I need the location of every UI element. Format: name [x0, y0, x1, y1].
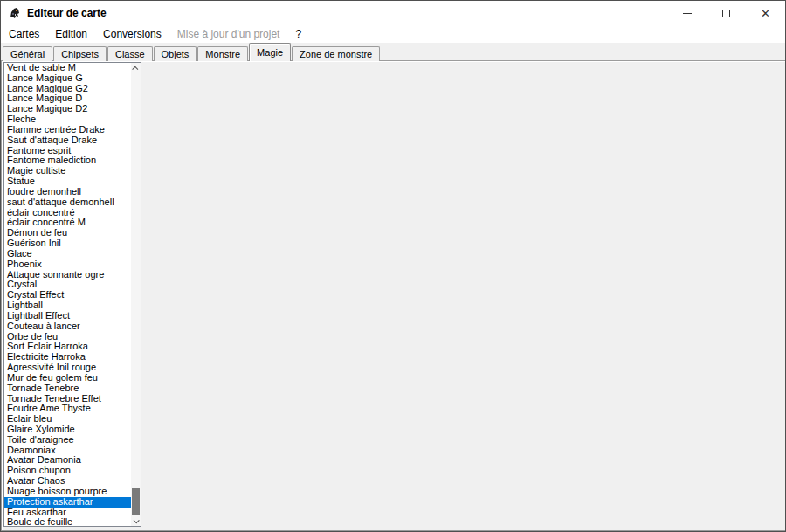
menu-item-edition[interactable]: Edition	[47, 26, 95, 42]
list-item[interactable]: Protection askarthar	[4, 497, 131, 508]
tab-chipsets[interactable]: Chipsets	[53, 46, 107, 61]
app-icon	[8, 6, 22, 20]
list-item[interactable]: Glaire Xylomide	[4, 425, 131, 435]
list-item[interactable]: Statue	[4, 176, 131, 187]
list-item[interactable]: Crystal	[4, 280, 131, 290]
scroll-up-button[interactable]	[131, 63, 141, 73]
maximize-button[interactable]	[707, 1, 746, 25]
list-item[interactable]: Couteau à lancer	[4, 321, 131, 332]
tab-classe[interactable]: Classe	[107, 46, 153, 61]
app-window: Editeur de carte ✕ CartesEditionConversi…	[0, 0, 786, 532]
window-title: Editeur de carte	[27, 7, 107, 19]
scroll-up-icon	[132, 66, 138, 72]
list-item[interactable]: Lance Magique D	[4, 93, 131, 104]
list-item[interactable]: Phoenix	[4, 259, 131, 270]
menu-item-cartes[interactable]: Cartes	[1, 26, 47, 42]
list-item[interactable]: Avatar Deamonia	[4, 455, 131, 466]
list-item[interactable]: Démon de feu	[4, 228, 131, 238]
title-bar: Editeur de carte ✕	[1, 1, 785, 25]
scroll-thumb[interactable]	[132, 488, 140, 515]
menu-item-conversions[interactable]: Conversions	[95, 26, 169, 42]
list-item[interactable]: Mur de feu golem feu	[4, 373, 131, 383]
close-button[interactable]: ✕	[746, 1, 785, 25]
list-item[interactable]: Deamoniax	[4, 446, 131, 456]
list-item[interactable]: Crystal Effect	[4, 290, 131, 301]
list-item[interactable]: Orbe de feu	[4, 332, 131, 342]
list-item[interactable]: Poison chupon	[4, 466, 131, 476]
list-item[interactable]: Toile d'araignee	[4, 435, 131, 446]
spell-listbox: Vent de sable MLance Magique GLance Magi…	[3, 62, 141, 527]
menu-item-mise-a-jour-d-un-projet: Mise à jour d'un projet	[169, 26, 288, 42]
tab-general[interactable]: Général	[3, 46, 52, 61]
scroll-down-icon	[134, 517, 140, 523]
list-item[interactable]: foudre demonhell	[4, 187, 131, 197]
list-item[interactable]: Lightball Effect	[4, 311, 131, 321]
minimize-button[interactable]	[667, 1, 707, 25]
list-item[interactable]: saut d'attaque demonhell	[4, 197, 131, 208]
list-item[interactable]: Eclair bleu	[4, 414, 131, 425]
list-item[interactable]: Electricite Harroka	[4, 352, 131, 363]
list-item[interactable]: Lance Magique G	[4, 73, 131, 84]
list-item[interactable]: Tornade Tenebre Effet	[4, 394, 131, 404]
menu-item-item-4[interactable]: ?	[287, 26, 309, 42]
list-item[interactable]: Lightball	[4, 301, 131, 311]
tab-monstre[interactable]: Monstre	[197, 46, 248, 61]
list-item[interactable]: Glace	[4, 249, 131, 259]
list-item[interactable]: Vent de sable M	[4, 63, 131, 73]
close-icon: ✕	[761, 8, 770, 19]
list-item[interactable]: Fantome esprit	[4, 146, 131, 156]
list-item[interactable]: Feu askarthar	[4, 508, 131, 518]
list-item[interactable]: Nuage boisson pourpre	[4, 487, 131, 497]
list-item[interactable]: Flamme centrée Drake	[4, 125, 131, 135]
tab-zone-de-monstre[interactable]: Zone de monstre	[292, 46, 380, 61]
list-scrollbar[interactable]	[131, 63, 141, 526]
list-item[interactable]: éclair concentré	[4, 208, 131, 218]
list-item[interactable]: Guérison Inil	[4, 238, 131, 249]
tab-magie[interactable]: Magie	[249, 43, 291, 61]
list-item[interactable]: Fantome malediction	[4, 155, 131, 166]
list-item[interactable]: Fleche	[4, 114, 131, 125]
list-item[interactable]: Avatar Chaos	[4, 476, 131, 487]
tab-strip: GénéralChipsetsClasseObjetsMonstreMagieZ…	[3, 43, 381, 61]
spell-list: Vent de sable MLance Magique GLance Magi…	[4, 63, 131, 526]
list-item[interactable]: Magie cultiste	[4, 166, 131, 176]
list-item[interactable]: Lance Magique D2	[4, 104, 131, 114]
menu-bar: CartesEditionConversionsMise à jour d'un…	[1, 25, 785, 43]
list-item[interactable]: Saut d'attaque Drake	[4, 135, 131, 146]
list-item[interactable]: Tornade Tenebre	[4, 383, 131, 394]
list-item[interactable]: Attaque sonnante ogre	[4, 270, 131, 280]
list-item[interactable]: Foudre Ame Thyste	[4, 404, 131, 414]
list-item[interactable]: Agressivité Inil rouge	[4, 363, 131, 373]
tab-objets[interactable]: Objets	[154, 46, 197, 61]
list-item[interactable]: Sort Eclair Harroka	[4, 342, 131, 352]
scroll-down-button[interactable]	[131, 515, 141, 526]
list-item[interactable]: Lance Magique G2	[4, 84, 131, 94]
minimize-icon	[683, 13, 692, 14]
list-item[interactable]: éclair concentré M	[4, 218, 131, 228]
list-item[interactable]: Boule de feuille	[4, 517, 131, 526]
maximize-icon	[722, 10, 730, 17]
